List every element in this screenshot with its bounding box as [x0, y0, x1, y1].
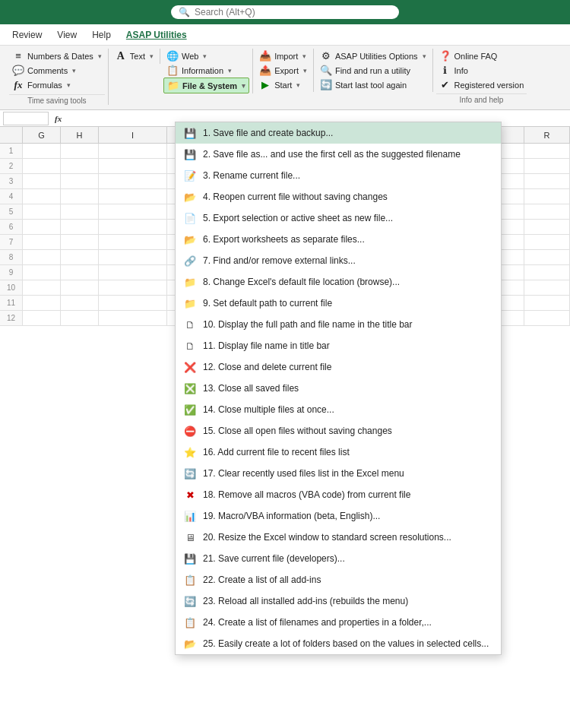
cell-g12[interactable]	[23, 311, 61, 326]
dropdown-item-18[interactable]: ✖ 18. Remove all macros (VBA code) from …	[176, 484, 501, 505]
dropdown-item-10[interactable]: 🗋 10. Display the full path and file nam…	[176, 314, 501, 335]
cell-r12[interactable]	[524, 311, 570, 326]
asap-options-btn[interactable]: ⚙ ASAP Utilities Options	[317, 49, 429, 63]
import-btn[interactable]: 📥 Import	[256, 49, 310, 63]
cell-g10[interactable]	[23, 280, 61, 296]
dropdown-item-8[interactable]: 📁 8. Change Excel's default file locatio…	[176, 271, 501, 293]
dropdown-item-text-22: 22. Create a list of all add-ins	[203, 574, 493, 585]
cell-i2[interactable]	[99, 159, 167, 174]
formulas-btn[interactable]: fx Formulas	[9, 78, 105, 93]
cell-h8[interactable]	[61, 250, 99, 265]
dropdown-item-20[interactable]: 🖥 20. Resize the Excel window to standar…	[176, 527, 501, 548]
cell-i6[interactable]	[99, 220, 167, 235]
cell-r2[interactable]	[524, 159, 570, 174]
cell-h10[interactable]	[61, 280, 99, 296]
cell-i5[interactable]	[99, 204, 167, 220]
dropdown-item-22[interactable]: 📋 22. Create a list of all add-ins	[176, 569, 501, 590]
cell-g1[interactable]	[23, 144, 61, 159]
dropdown-item-1[interactable]: 💾 1. Save file and create backup...	[176, 122, 501, 144]
cell-g3[interactable]	[23, 174, 61, 189]
dropdown-item-4[interactable]: 📂 4. Reopen current file without saving …	[176, 186, 501, 207]
cell-r6[interactable]	[524, 220, 570, 235]
dropdown-item-13[interactable]: ❎ 13. Close all saved files	[176, 378, 501, 399]
dropdown-item-3[interactable]: 📝 3. Rename current file...	[176, 165, 501, 186]
registered-btn[interactable]: ✔ Registered version	[436, 78, 527, 92]
cell-h7[interactable]	[61, 235, 99, 250]
cell-g9[interactable]	[23, 265, 61, 280]
export-btn[interactable]: 📤 Export	[256, 63, 310, 78]
dropdown-item-5[interactable]: 📄 5. Export selection or active sheet as…	[176, 207, 501, 229]
menu-asap-utilities[interactable]: ASAP Utilities	[120, 27, 193, 43]
dropdown-item-15[interactable]: ⛔ 15. Close all open files without savin…	[176, 420, 501, 442]
file-system-btn[interactable]: 📁 File & System	[163, 78, 249, 93]
cell-r3[interactable]	[524, 174, 570, 189]
cell-h3[interactable]	[61, 174, 99, 189]
cell-i8[interactable]	[99, 250, 167, 265]
cell-h2[interactable]	[61, 159, 99, 174]
name-box[interactable]	[3, 112, 49, 125]
search-wrapper[interactable]: 🔍	[171, 5, 399, 19]
cell-i1[interactable]	[99, 144, 167, 159]
cell-r1[interactable]	[524, 144, 570, 159]
menu-help[interactable]: Help	[86, 27, 117, 43]
dropdown-item-2[interactable]: 💾 2. Save file as... and use the first c…	[176, 144, 501, 165]
cell-h1[interactable]	[61, 144, 99, 159]
cell-r7[interactable]	[524, 235, 570, 250]
cell-i12[interactable]	[99, 311, 167, 326]
text-btn[interactable]: A Text	[112, 49, 157, 64]
find-run-btn[interactable]: 🔍 Find and run a utility	[317, 63, 429, 78]
start-last-btn[interactable]: 🔄 Start last tool again	[317, 78, 429, 92]
search-input[interactable]	[195, 7, 391, 17]
cell-g7[interactable]	[23, 235, 61, 250]
cell-i4[interactable]	[99, 189, 167, 204]
cell-i7[interactable]	[99, 235, 167, 250]
dropdown-item-11[interactable]: 🗋 11. Display file name in title bar	[176, 335, 501, 356]
cell-h9[interactable]	[61, 265, 99, 280]
start-btn[interactable]: ▶ Start	[256, 78, 310, 92]
dropdown-item-21[interactable]: 💾 21. Save current file (developers)...	[176, 548, 501, 569]
cell-i10[interactable]	[99, 280, 167, 296]
online-faq-btn[interactable]: ❓ Online FAQ	[436, 49, 527, 63]
dropdown-item-17[interactable]: 🔄 17. Clear recently used files list in …	[176, 463, 501, 484]
cell-g2[interactable]	[23, 159, 61, 174]
dropdown-item-9[interactable]: 📁 9. Set default path to current file	[176, 293, 501, 314]
dropdown-item-7[interactable]: 🔗 7. Find and/or remove external links..…	[176, 250, 501, 271]
dropdown-item-16[interactable]: ⭐ 16. Add current file to recent files l…	[176, 442, 501, 463]
dropdown-item-19[interactable]: 📊 19. Macro/VBA information (beta, Engli…	[176, 505, 501, 527]
cell-r11[interactable]	[524, 296, 570, 311]
cell-g5[interactable]	[23, 204, 61, 220]
import-icon: 📥	[259, 50, 271, 62]
menu-view[interactable]: View	[51, 27, 83, 43]
cell-g4[interactable]	[23, 189, 61, 204]
numbers-dates-btn[interactable]: ≡ Numbers & Dates	[9, 49, 105, 63]
cell-r4[interactable]	[524, 189, 570, 204]
cell-h5[interactable]	[61, 204, 99, 220]
cell-h11[interactable]	[61, 296, 99, 311]
cell-i9[interactable]	[99, 265, 167, 280]
cell-i11[interactable]	[99, 296, 167, 311]
dropdown-item-text-9: 9. Set default path to current file	[203, 298, 493, 309]
cell-r10[interactable]	[524, 280, 570, 296]
dropdown-item-24[interactable]: 📋 24. Create a list of filenames and pro…	[176, 612, 501, 633]
cell-r8[interactable]	[524, 250, 570, 265]
cell-h12[interactable]	[61, 311, 99, 326]
cell-h4[interactable]	[61, 189, 99, 204]
dropdown-item-23[interactable]: 🔄 23. Reload all installed add-ins (rebu…	[176, 590, 501, 612]
dropdown-item-12[interactable]: ❌ 12. Close and delete current file	[176, 356, 501, 378]
dropdown-item-14[interactable]: ✅ 14. Close multiple files at once...	[176, 399, 501, 420]
cell-r9[interactable]	[524, 265, 570, 280]
cell-g8[interactable]	[23, 250, 61, 265]
cell-i3[interactable]	[99, 174, 167, 189]
comments-btn[interactable]: 💬 Comments	[9, 63, 105, 78]
cell-r5[interactable]	[524, 204, 570, 220]
dropdown-item-25[interactable]: 📂 25. Easily create a lot of folders bas…	[176, 633, 501, 654]
web-btn[interactable]: 🌐 Web	[163, 49, 249, 63]
cell-g6[interactable]	[23, 220, 61, 235]
dropdown-item-6[interactable]: 📂 6. Export worksheets as separate files…	[176, 229, 501, 250]
information-btn[interactable]: 📋 Information	[163, 63, 249, 78]
cell-g11[interactable]	[23, 296, 61, 311]
dropdown-item-icon-22: 📋	[183, 573, 197, 587]
cell-h6[interactable]	[61, 220, 99, 235]
menu-review[interactable]: Review	[6, 27, 48, 43]
info-btn[interactable]: ℹ Info	[436, 63, 527, 78]
